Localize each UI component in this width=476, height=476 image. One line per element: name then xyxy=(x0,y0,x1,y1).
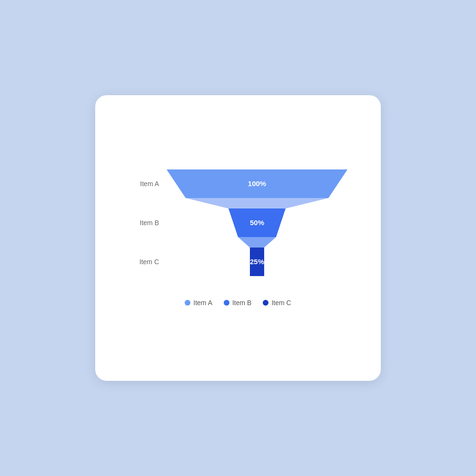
legend-item-b: Item B xyxy=(224,299,251,307)
value-label-a: 100% xyxy=(248,179,266,188)
value-label-c: 25% xyxy=(250,258,264,266)
legend-item-a: Item A xyxy=(185,299,212,307)
connector-b xyxy=(238,237,276,248)
chart-legend: Item A Item B Item C xyxy=(185,299,291,307)
label-item-a: Item A xyxy=(140,180,159,188)
label-item-c: Item C xyxy=(139,258,159,266)
legend-dot-b xyxy=(224,300,229,306)
funnel-svg: 100% 50% 25% xyxy=(167,169,347,286)
legend-label-a: Item A xyxy=(193,299,212,307)
legend-label-c: Item C xyxy=(271,299,291,307)
value-label-b: 50% xyxy=(250,218,264,227)
connector-a xyxy=(186,198,328,208)
label-item-b: Item B xyxy=(140,219,159,227)
legend-label-b: Item B xyxy=(232,299,251,307)
funnel-svg-container: 100% 50% 25% xyxy=(167,169,347,286)
chart-card: Item A Item B Item C xyxy=(95,95,381,381)
chart-area: Item A Item B Item C xyxy=(124,169,352,307)
legend-dot-c xyxy=(263,300,268,306)
legend-dot-a xyxy=(185,300,190,306)
legend-item-c: Item C xyxy=(263,299,291,307)
